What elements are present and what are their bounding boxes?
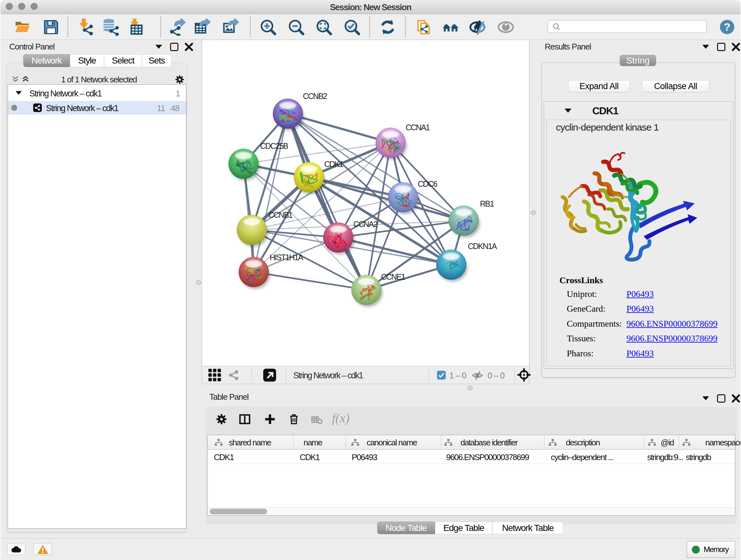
svg-text:CDC25B: CDC25B	[260, 141, 288, 150]
svg-text:CCNA1: CCNA1	[406, 123, 430, 132]
svg-text:CDK1: CDK1	[324, 160, 343, 169]
svg-text:CDC6: CDC6	[418, 179, 437, 188]
svg-text:CCNE1: CCNE1	[381, 272, 405, 281]
svg-text:CCNB1: CCNB1	[268, 210, 293, 219]
svg-text:CCNA2: CCNA2	[353, 220, 378, 229]
svg-text:HIST1H1A: HIST1H1A	[270, 253, 304, 262]
svg-text:CDKN1A: CDKN1A	[468, 242, 497, 251]
svg-text:CCNB2: CCNB2	[303, 91, 327, 101]
svg-text:RB1: RB1	[480, 199, 494, 208]
